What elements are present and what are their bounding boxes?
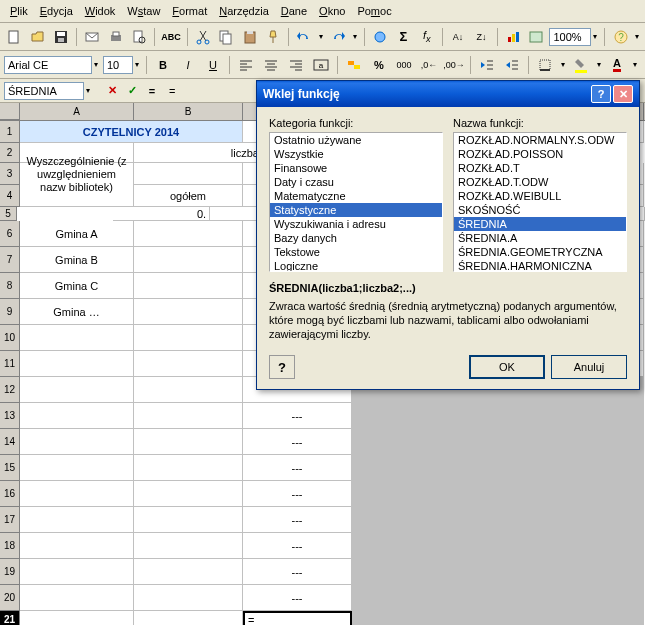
category-item[interactable]: Statystyczne <box>270 203 442 217</box>
function-icon[interactable]: fx <box>417 26 437 48</box>
cell-B12[interactable] <box>134 377 243 403</box>
merge-icon[interactable]: a <box>310 54 332 76</box>
sort-asc-icon[interactable]: A↓ <box>448 26 468 48</box>
category-list[interactable]: Ostatnio używaneWszystkieFinansoweDaty i… <box>269 132 443 272</box>
cell-B17[interactable] <box>134 507 243 533</box>
bold-icon[interactable]: B <box>152 54 174 76</box>
dialog-close-icon[interactable]: ✕ <box>613 85 633 103</box>
cell-C14[interactable]: --- <box>243 429 352 455</box>
cell-B14[interactable] <box>134 429 243 455</box>
cell-D15[interactable] <box>352 455 459 481</box>
redo-icon[interactable] <box>328 26 348 48</box>
cell-C20[interactable]: --- <box>243 585 352 611</box>
row-header-20[interactable]: 20 <box>0 585 20 611</box>
row-header-21[interactable]: 21 <box>0 611 20 625</box>
category-item[interactable]: Bazy danych <box>270 231 442 245</box>
cell-A14[interactable] <box>20 429 134 455</box>
sum-icon[interactable]: Σ <box>393 26 413 48</box>
cell-F18[interactable] <box>563 533 644 559</box>
category-item[interactable]: Ostatnio używane <box>270 133 442 147</box>
cell-A21[interactable] <box>20 611 134 625</box>
cell-B7[interactable] <box>134 247 243 273</box>
currency-icon[interactable] <box>343 54 365 76</box>
row-header-14[interactable]: 14 <box>0 429 20 455</box>
cell-B10[interactable] <box>134 325 243 351</box>
zoom-combo[interactable]: ▾ <box>549 28 599 46</box>
cell-A10[interactable] <box>20 325 134 351</box>
category-item[interactable]: Finansowe <box>270 161 442 175</box>
cell-D14[interactable] <box>352 429 459 455</box>
cell-B16[interactable] <box>134 481 243 507</box>
copy-icon[interactable] <box>216 26 236 48</box>
cell-F14[interactable] <box>563 429 644 455</box>
increase-indent-icon[interactable] <box>501 54 523 76</box>
row-header-18[interactable]: 18 <box>0 533 20 559</box>
cell-B21[interactable] <box>134 611 243 625</box>
print-preview-icon[interactable] <box>129 26 149 48</box>
cell-C15[interactable]: --- <box>243 455 352 481</box>
cell-F13[interactable] <box>563 403 644 429</box>
function-item[interactable]: ROZKŁAD.T <box>454 161 626 175</box>
undo-icon[interactable] <box>294 26 314 48</box>
cell-C21[interactable]: = <box>243 611 352 625</box>
cell-F17[interactable] <box>563 507 644 533</box>
cell-F19[interactable] <box>563 559 644 585</box>
cell-A18[interactable] <box>20 533 134 559</box>
print-icon[interactable] <box>106 26 126 48</box>
cell-A16[interactable] <box>20 481 134 507</box>
cell-F20[interactable] <box>563 585 644 611</box>
chart-icon[interactable] <box>503 26 523 48</box>
function-list[interactable]: ROZKŁAD.NORMALNY.S.ODWROZKŁAD.POISSONROZ… <box>453 132 627 272</box>
cell-A9[interactable]: Gmina … <box>20 299 134 325</box>
cell-E15[interactable] <box>459 455 563 481</box>
cell-C18[interactable]: --- <box>243 533 352 559</box>
cell-E21[interactable] <box>459 611 563 625</box>
cell-E16[interactable] <box>459 481 563 507</box>
cell-B13[interactable] <box>134 403 243 429</box>
menu-pomoc[interactable]: Pomoc <box>351 2 397 20</box>
cell-B11[interactable] <box>134 351 243 377</box>
row-header-17[interactable]: 17 <box>0 507 20 533</box>
align-center-icon[interactable] <box>260 54 282 76</box>
cell-B19[interactable] <box>134 559 243 585</box>
percent-icon[interactable]: % <box>368 54 390 76</box>
category-item[interactable]: Wyszukiwania i adresu <box>270 217 442 231</box>
function-item[interactable]: ROZKŁAD.T.ODW <box>454 175 626 189</box>
dialog-help-button[interactable]: ? <box>269 355 295 379</box>
row-header-6[interactable]: 6 <box>0 221 20 247</box>
category-item[interactable]: Logiczne <box>270 259 442 272</box>
decrease-decimal-icon[interactable]: ,00→ <box>443 54 465 76</box>
borders-icon[interactable] <box>534 54 556 76</box>
row-header-4[interactable]: 4 <box>0 185 20 207</box>
row-header-8[interactable]: 8 <box>0 273 20 299</box>
cell-D16[interactable] <box>352 481 459 507</box>
font-name-combo[interactable]: ▾ <box>4 56 100 74</box>
undo-dropdown-icon[interactable]: ▾ <box>318 32 325 41</box>
underline-icon[interactable]: U <box>202 54 224 76</box>
cell-C16[interactable]: --- <box>243 481 352 507</box>
function-item[interactable]: ŚREDNIA.GEOMETRYCZNA <box>454 245 626 259</box>
cell-C17[interactable]: --- <box>243 507 352 533</box>
row-header-10[interactable]: 10 <box>0 325 20 351</box>
function-item[interactable]: ROZKŁAD.POISSON <box>454 147 626 161</box>
cell-E20[interactable] <box>459 585 563 611</box>
function-item[interactable]: ROZKŁAD.NORMALNY.S.ODW <box>454 133 626 147</box>
name-box[interactable]: ▾ <box>4 82 99 100</box>
cell-D17[interactable] <box>352 507 459 533</box>
cell-A12[interactable] <box>20 377 134 403</box>
format-painter-icon[interactable] <box>263 26 283 48</box>
cell-B20[interactable] <box>134 585 243 611</box>
cell-E18[interactable] <box>459 533 563 559</box>
row-header-15[interactable]: 15 <box>0 455 20 481</box>
row-header-2[interactable]: 2 <box>0 143 20 163</box>
cell-A8[interactable]: Gmina C <box>20 273 134 299</box>
category-item[interactable]: Matematyczne <box>270 189 442 203</box>
cell-F15[interactable] <box>563 455 644 481</box>
align-right-icon[interactable] <box>285 54 307 76</box>
cell-C19[interactable]: --- <box>243 559 352 585</box>
cancel-button[interactable]: Anuluj <box>551 355 627 379</box>
mail-icon[interactable] <box>82 26 102 48</box>
menu-edycja[interactable]: Edycja <box>34 2 79 20</box>
row-header-13[interactable]: 13 <box>0 403 20 429</box>
function-item[interactable]: SKOŚNOŚĆ <box>454 203 626 217</box>
